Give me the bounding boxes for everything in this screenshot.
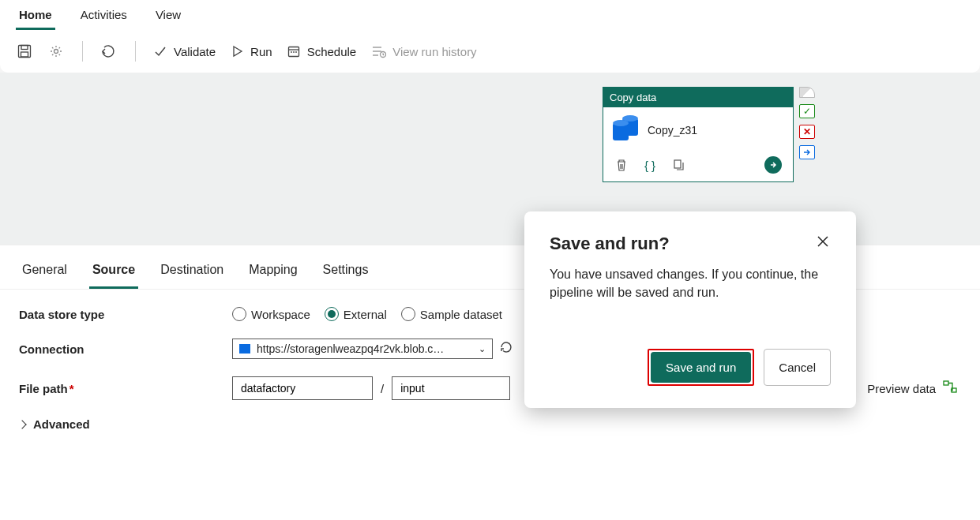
save-and-run-button[interactable]: Save and run (651, 352, 751, 383)
connection-dropdown[interactable]: https://storagenlweazpq4r2vk.blob.c… ⌄ (232, 339, 493, 359)
save-and-run-dialog: Save and run? You have unsaved changes. … (524, 211, 856, 408)
schedule-label: Schedule (307, 45, 357, 58)
copy-icon[interactable] (671, 158, 685, 172)
validate-label: Validate (174, 45, 216, 58)
status-fail-icon[interactable]: ✕ (799, 125, 815, 139)
preview-data-button[interactable]: Preview data (867, 380, 961, 398)
activity-output-connector[interactable] (764, 156, 782, 174)
copy-data-activity[interactable]: Copy data Copy_z31 { } (603, 87, 794, 182)
data-store-type-radio-group: Workspace External Sample dataset (232, 307, 502, 321)
validate-button[interactable]: Validate (153, 44, 216, 58)
file-path-directory-input[interactable] (392, 376, 510, 400)
file-path-separator: / (381, 382, 384, 395)
file-path-label: File path* (19, 382, 232, 395)
storage-icon (239, 344, 250, 354)
status-skip-icon[interactable] (799, 145, 815, 159)
toolbar-divider-2 (135, 41, 136, 62)
run-label: Run (250, 45, 272, 58)
svg-point-6 (291, 51, 292, 53)
save-icon[interactable] (16, 43, 33, 60)
file-path-container-input[interactable] (232, 376, 373, 400)
svg-rect-2 (21, 52, 28, 57)
view-run-history-label: View run history (392, 45, 476, 58)
prop-tab-mapping[interactable]: Mapping (246, 256, 300, 289)
radio-external-label: External (344, 308, 387, 321)
view-run-history-button[interactable]: View run history (370, 44, 476, 58)
advanced-toggle[interactable]: Advanced (19, 417, 961, 431)
svg-point-8 (295, 51, 297, 53)
close-icon[interactable] (815, 234, 831, 253)
svg-rect-0 (19, 46, 31, 58)
cancel-button[interactable]: Cancel (764, 349, 831, 386)
connection-label: Connection (19, 342, 232, 356)
radio-workspace[interactable]: Workspace (232, 307, 310, 321)
highlight-indicator: Save and run (648, 349, 754, 386)
settings-icon[interactable] (47, 43, 65, 60)
activity-name: Copy_z31 (648, 124, 697, 137)
schedule-button[interactable]: Schedule (287, 44, 357, 58)
svg-rect-13 (674, 160, 681, 168)
svg-rect-14 (944, 381, 948, 385)
undo-icon[interactable] (100, 43, 118, 60)
svg-point-7 (293, 51, 295, 53)
dialog-title: Save and run? (550, 234, 670, 254)
tab-home[interactable]: Home (16, 2, 55, 30)
data-store-type-label: Data store type (19, 308, 232, 321)
preview-data-label: Preview data (867, 382, 936, 395)
svg-point-3 (54, 50, 58, 54)
tab-view[interactable]: View (152, 2, 184, 30)
chevron-down-icon: ⌄ (479, 344, 486, 354)
code-icon[interactable]: { } (643, 158, 657, 172)
activity-type-label: Copy data (603, 88, 793, 107)
radio-sample-label: Sample dataset (420, 308, 502, 321)
connection-value: https://storagenlweazpq4r2vk.blob.c… (257, 342, 444, 355)
svg-rect-1 (21, 46, 28, 50)
data-flow-icon (942, 380, 958, 398)
prop-tab-destination[interactable]: Destination (157, 256, 227, 289)
advanced-label: Advanced (33, 417, 90, 431)
radio-sample-dataset[interactable]: Sample dataset (401, 307, 502, 321)
top-nav: Home Activities View (0, 0, 980, 30)
radio-external[interactable]: External (325, 307, 387, 321)
status-success-icon[interactable]: ✓ (799, 104, 815, 118)
refresh-icon[interactable] (499, 340, 513, 358)
chevron-right-icon (17, 420, 26, 428)
toolbar: Validate Run Schedule View run history (0, 30, 980, 73)
page-curl-icon[interactable] (799, 87, 815, 98)
radio-workspace-label: Workspace (251, 308, 310, 321)
run-button[interactable]: Run (230, 44, 272, 58)
prop-tab-settings[interactable]: Settings (320, 256, 372, 289)
prop-tab-source[interactable]: Source (89, 256, 138, 289)
prop-tab-general[interactable]: General (19, 256, 70, 289)
activity-status-column: ✓ ✕ (799, 87, 815, 159)
toolbar-divider (82, 41, 83, 62)
database-icon (613, 118, 640, 142)
delete-icon[interactable] (614, 158, 629, 172)
dialog-body: You have unsaved changes. If you continu… (550, 265, 831, 301)
tab-activities[interactable]: Activities (77, 2, 130, 30)
